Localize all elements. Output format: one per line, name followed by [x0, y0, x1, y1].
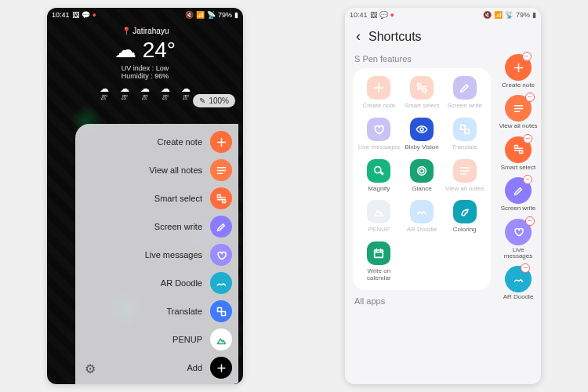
status-time: 10:41: [52, 11, 70, 19]
settings-gear-icon[interactable]: ⚙: [85, 361, 96, 376]
selected-shortcut-heart[interactable]: − Live messages: [499, 219, 538, 260]
air-command-item-heart[interactable]: Live messages: [80, 243, 232, 267]
air-command-item-add[interactable]: Add: [80, 356, 232, 379]
air-command-item-lines[interactable]: View all notes: [80, 158, 232, 182]
lines-icon: [453, 159, 477, 183]
shortcut-plus: Create note: [358, 76, 401, 110]
battery-icon: ▮: [234, 11, 238, 19]
features-grid: Create note Smart select Screen write Li…: [353, 68, 491, 290]
selected-shortcut-crop[interactable]: − Smart select: [501, 136, 535, 171]
heart-icon: [367, 118, 390, 141]
air-command-item-pen[interactable]: Screen write: [80, 215, 232, 238]
selected-shortcut-plus[interactable]: − Create note: [502, 54, 535, 89]
shortcut-magnify[interactable]: Magnify: [358, 159, 401, 193]
air-item-label: Translate: [167, 307, 202, 316]
air-item-label: Smart select: [154, 194, 202, 203]
shortcut-pen: Screen write: [443, 76, 486, 110]
status-time: 10:41: [350, 11, 368, 19]
location-pin-icon: 📍: [122, 27, 131, 35]
shortcut-label: AR Doodle: [407, 227, 437, 234]
calendar-icon: [367, 241, 390, 265]
record-icon: ●: [93, 11, 96, 19]
selected-shortcut-label: AR Doodle: [503, 294, 534, 300]
section-all-apps: All apps: [354, 296, 489, 306]
remove-icon[interactable]: −: [525, 216, 535, 226]
lines-icon: [210, 159, 232, 181]
air-item-label: Add: [187, 363, 202, 372]
wifi-icon: 📶: [494, 11, 503, 19]
pen-icon: [210, 216, 232, 238]
shortcut-lines: View all notes: [443, 159, 486, 193]
signal-icon: 📡: [207, 11, 216, 19]
selected-shortcut-label: View all notes: [499, 123, 537, 129]
mountain-icon: [210, 328, 232, 350]
crop-icon: [210, 187, 232, 209]
chat-icon: 💬: [82, 11, 90, 19]
doodle-icon: [410, 200, 434, 223]
shortcut-eye[interactable]: Bixby Vision: [401, 118, 444, 151]
eye-icon: [410, 118, 434, 141]
selected-shortcut-label: Create note: [502, 82, 535, 89]
weather-humidity: Humidity : 96%: [47, 72, 243, 80]
magnify-icon: [367, 159, 390, 183]
crop-icon: [410, 76, 434, 100]
shortcut-label: Screen write: [447, 103, 481, 110]
glance-icon: [410, 159, 434, 183]
air-command-item-mountain[interactable]: PENUP: [80, 328, 232, 351]
selected-shortcut-label: Smart select: [501, 165, 535, 171]
shortcut-coloring[interactable]: Coloring: [443, 200, 486, 234]
battery-icon: ▮: [532, 11, 536, 19]
plus-icon: [210, 131, 232, 153]
shortcut-mountain: PENUP: [358, 200, 401, 234]
air-command-item-doodle[interactable]: AR Doodle: [80, 271, 232, 295]
doodle-icon: [210, 272, 232, 294]
shortcuts-screen: 10:41 🖼 💬 ● 🔇 📶 📡 79% ▮ ‹ Shortcuts S Pe…: [345, 8, 541, 384]
remove-icon[interactable]: −: [522, 52, 532, 61]
shortcut-label: Bixby Vision: [405, 144, 438, 151]
shortcut-label: Write on calendar: [358, 268, 401, 282]
air-item-label: Screen write: [154, 222, 202, 231]
selected-shortcut-doodle[interactable]: − AR Doodle: [503, 266, 534, 300]
selected-shortcut-label: Live messages: [499, 247, 538, 260]
remove-icon[interactable]: −: [525, 93, 535, 102]
signal-icon: 📡: [505, 11, 514, 19]
weather-temp: 24°: [143, 38, 176, 62]
shortcut-crop: Smart select: [401, 76, 444, 110]
status-bar: 10:41 🖼 💬 ● 🔇 📶 📡 79% ▮: [47, 8, 243, 22]
page-title: Shortcuts: [368, 30, 422, 44]
selected-shortcuts-rail: − Create note − View all notes − Smart s…: [495, 51, 541, 384]
status-bar: 10:41 🖼 💬 ● 🔇 📶 📡 79% ▮: [345, 8, 541, 22]
remove-icon[interactable]: −: [523, 175, 532, 184]
shortcut-calendar[interactable]: Write on calendar: [358, 241, 401, 282]
selected-shortcut-lines[interactable]: − View all notes: [499, 95, 537, 129]
shortcut-label: Translate: [452, 144, 477, 151]
weather-uv: UV index : Low: [47, 64, 243, 72]
air-command-item-crop[interactable]: Smart select: [80, 187, 232, 210]
forecast-icon: ☁: [161, 83, 170, 101]
remove-icon[interactable]: −: [523, 134, 532, 143]
add-icon: [210, 357, 232, 379]
forecast-icon: ☁: [100, 83, 109, 101]
spen-battery-value: 100%: [209, 96, 229, 105]
forecast-icon: ☁: [140, 83, 150, 101]
air-item-label: AR Doodle: [161, 278, 202, 288]
spen-battery-pill[interactable]: ✎ 100%: [193, 94, 235, 107]
weather-widget[interactable]: 📍 Jatirahayu ☁ 24° UV index : Low Humidi…: [47, 22, 243, 103]
battery-percent: 79%: [218, 11, 232, 19]
shortcut-label: Coloring: [453, 227, 477, 234]
selected-shortcut-label: Screen write: [501, 205, 535, 212]
shortcut-label: PENUP: [368, 227, 390, 234]
record-icon: ●: [390, 11, 394, 19]
air-command-panel: Create note View all notes Smart select …: [75, 124, 238, 384]
plus-icon: [367, 76, 390, 100]
air-command-item-plus[interactable]: Create note: [80, 130, 232, 154]
selected-shortcut-pen[interactable]: − Screen write: [501, 177, 535, 212]
translate-icon: [453, 118, 477, 141]
shortcut-glance[interactable]: Glance: [401, 159, 444, 193]
air-item-label: Live messages: [145, 250, 202, 260]
translate-icon: [210, 300, 232, 322]
air-command-item-translate[interactable]: Translate: [80, 299, 232, 323]
picture-icon: 🖼: [72, 11, 79, 19]
back-icon[interactable]: ‹: [356, 28, 361, 45]
heart-icon: [210, 244, 232, 266]
